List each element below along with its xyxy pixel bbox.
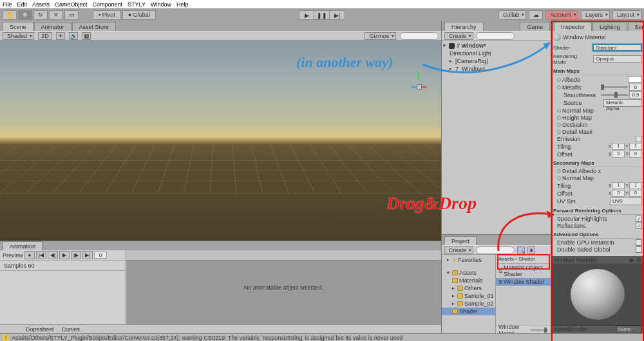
preview-sphere[interactable] <box>571 269 625 320</box>
offset2-x[interactable]: 0 <box>612 190 625 197</box>
space-toggle[interactable]: ● Global <box>122 10 156 20</box>
map-slot-icon[interactable] <box>557 176 561 180</box>
anim-record-button[interactable]: ● <box>24 251 35 259</box>
scene-view[interactable] <box>0 41 441 241</box>
smoothness-field[interactable]: 0.5 <box>629 91 642 98</box>
offset-x[interactable]: 0 <box>612 151 625 158</box>
smoothness-slider[interactable] <box>601 94 628 96</box>
project-tree[interactable]: ▸★ Favorites ▾ Assets Materials ▸ Others… <box>442 255 496 333</box>
map-slot-icon[interactable] <box>557 116 561 120</box>
tool-move[interactable]: ✥ <box>18 10 32 20</box>
anim-timeline[interactable]: No animatable object selected. <box>126 250 441 324</box>
tab-inspector[interactable]: Inspector <box>554 22 592 31</box>
project-folder-shader[interactable]: Shader <box>442 308 495 315</box>
anim-curves-tab[interactable]: Curves <box>62 326 80 333</box>
project-search[interactable] <box>476 246 515 254</box>
map-slot-icon[interactable] <box>557 86 561 89</box>
tab-assetstore[interactable]: Asset Store <box>72 22 117 31</box>
pivot-toggle[interactable]: ▪ Pivot <box>93 10 121 20</box>
map-slot-icon[interactable] <box>557 123 561 127</box>
tiling-x[interactable]: 1 <box>612 143 625 150</box>
tool-hand[interactable]: ✋ <box>3 10 17 20</box>
project-assets[interactable]: ▾ Assets <box>442 269 495 277</box>
doublesided-checkbox[interactable] <box>636 246 642 253</box>
tab-hierarchy[interactable]: Hierarchy <box>444 22 484 31</box>
cloud-icon[interactable]: ☁ <box>529 10 543 20</box>
hierarchy-scene[interactable]: ▾7 Window* <box>442 42 551 50</box>
menu-help[interactable]: Help <box>176 1 189 8</box>
toggle-light-icon[interactable]: ☀ <box>56 32 65 40</box>
tab-lighting[interactable]: Lighting <box>592 22 627 31</box>
menu-window[interactable]: Window <box>151 1 171 8</box>
project-filter-icon[interactable]: 🔍 <box>517 246 525 254</box>
uvset-dropdown[interactable]: UV0 <box>610 198 642 205</box>
hierarchy-create[interactable]: Create <box>444 32 473 40</box>
reflections-checkbox[interactable] <box>636 223 642 229</box>
menu-file[interactable]: File <box>3 1 12 8</box>
tab-game[interactable]: Game <box>520 22 550 31</box>
collab-dropdown[interactable]: Collab <box>498 10 527 20</box>
status-bar[interactable]: ! Assets/Others/STYLY_Plugin/Scripts/Edi… <box>0 333 644 341</box>
layers-dropdown[interactable]: Layers <box>581 10 610 20</box>
toggle-2d[interactable]: 2D <box>38 32 52 40</box>
emission-checkbox[interactable] <box>636 136 642 142</box>
rendering-mode-dropdown[interactable]: Opaque <box>593 55 642 63</box>
tool-rect[interactable]: ▭ <box>64 10 79 20</box>
gpu-instancing-checkbox[interactable] <box>636 239 642 246</box>
account-dropdown[interactable]: Account <box>545 10 578 20</box>
map-slot-icon[interactable] <box>557 109 561 113</box>
anim-first-button[interactable]: |◀ <box>36 251 46 259</box>
anim-dopesheet-tab[interactable]: Dopesheet <box>26 326 54 333</box>
offset-y[interactable]: 0 <box>629 151 642 158</box>
anim-last-button[interactable]: ▶| <box>82 251 93 259</box>
gizmos-dropdown[interactable]: Gizmos <box>365 32 396 40</box>
tab-services[interactable]: Services <box>628 22 644 31</box>
project-folder-materials[interactable]: Materials <box>442 277 495 284</box>
anim-play-button[interactable]: ▶ <box>59 251 70 259</box>
hierarchy-item-light[interactable]: Directional Light <box>442 50 551 57</box>
pause-button[interactable]: ❚❚ <box>314 10 330 20</box>
specular-checkbox[interactable] <box>636 216 642 222</box>
anim-prev-button[interactable]: ◀| <box>48 251 58 259</box>
menu-edit[interactable]: Edit <box>17 1 28 8</box>
project-breadcrumb[interactable]: Assets › Shader <box>496 255 551 264</box>
orientation-gizmo[interactable] <box>406 74 432 100</box>
tiling-y[interactable]: 1 <box>629 143 642 150</box>
project-save-icon[interactable]: ★ <box>527 246 535 254</box>
tiling2-x[interactable]: 1 <box>612 182 625 189</box>
map-slot-icon[interactable] <box>557 169 561 173</box>
menu-component[interactable]: Component <box>93 1 123 8</box>
project-folder-others[interactable]: ▸ Others <box>442 284 495 292</box>
anim-frame-field[interactable]: 0 <box>94 252 107 259</box>
project-create[interactable]: Create <box>444 246 473 254</box>
step-button[interactable]: ▶| <box>330 10 345 20</box>
hierarchy-tree[interactable]: ▾7 Window* Directional Light ▸[CameraRig… <box>442 41 551 234</box>
hierarchy-item-camerarig[interactable]: ▸[CameraRig] <box>442 57 551 65</box>
shader-dropdown[interactable]: Standard <box>592 44 642 51</box>
hierarchy-search[interactable] <box>476 32 515 40</box>
menu-assets[interactable]: Assets <box>32 1 50 8</box>
toggle-fx-icon[interactable]: ▦ <box>82 32 91 40</box>
project-row-windowshader[interactable]: S Window Shader <box>496 278 551 286</box>
toggle-audio-icon[interactable]: 🔊 <box>69 32 78 40</box>
menu-gameobject[interactable]: GameObject <box>55 1 88 8</box>
project-favorites[interactable]: ▸★ Favorites <box>442 256 495 264</box>
tab-project[interactable]: Project <box>444 236 477 245</box>
tiling2-y[interactable]: 1 <box>629 182 642 189</box>
layout-dropdown[interactable]: Layout <box>612 10 641 20</box>
offset2-y[interactable]: 0 <box>629 190 642 197</box>
project-zoom-slider[interactable] <box>530 329 548 331</box>
source-dropdown[interactable]: Metallic Alpha <box>603 99 642 107</box>
scene-search[interactable] <box>400 32 439 40</box>
anim-next-button[interactable]: |▶ <box>71 251 81 259</box>
tool-rotate[interactable]: ↻ <box>33 10 48 20</box>
shaded-dropdown[interactable]: Shaded <box>3 32 34 40</box>
tab-animator[interactable]: Animator <box>34 22 71 31</box>
hierarchy-item-windows[interactable]: ▸7_Windows <box>442 65 551 73</box>
tab-scene[interactable]: Scene <box>3 22 33 31</box>
project-list[interactable]: Assets › Shader S Material Object Shader… <box>496 255 551 333</box>
project-folder-sample02[interactable]: ▸ Sample_02 <box>442 300 495 308</box>
project-folder-sample01[interactable]: ▸ Sample_01 <box>442 292 495 300</box>
preview-controls-icon[interactable]: ▶ ⚙ <box>630 257 641 263</box>
assetbundle-dropdown[interactable]: None <box>616 326 641 333</box>
